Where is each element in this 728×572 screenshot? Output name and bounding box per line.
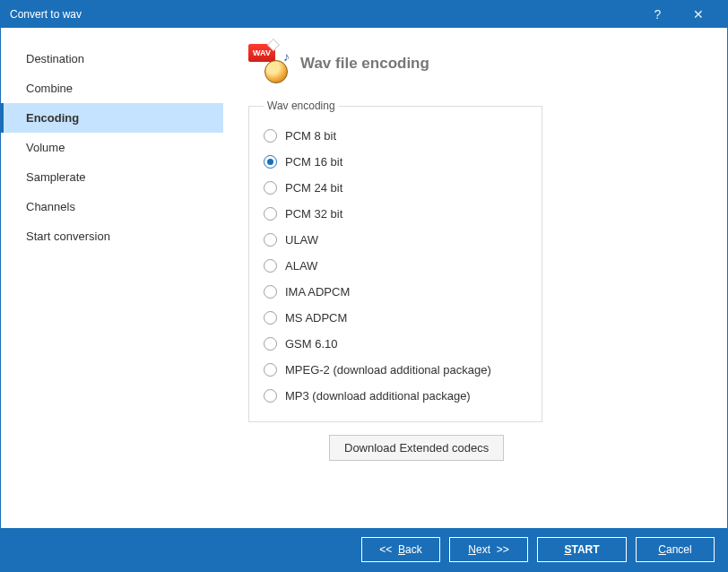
radio-icon bbox=[264, 181, 277, 195]
radio-label: MP3 (download additional package) bbox=[285, 389, 471, 403]
back-button[interactable]: << Back bbox=[361, 537, 440, 562]
radio-icon bbox=[264, 233, 277, 247]
radio-ms-adpcm[interactable]: MS ADPCM bbox=[264, 305, 527, 331]
radio-icon bbox=[264, 363, 277, 377]
next-button-label: N bbox=[468, 543, 476, 556]
sidebar-item-combine[interactable]: Combine bbox=[1, 74, 223, 103]
radio-alaw[interactable]: ALAW bbox=[264, 253, 527, 279]
radio-pcm-32-bit[interactable]: PCM 32 bit bbox=[264, 201, 527, 227]
radio-icon bbox=[264, 311, 277, 325]
cancel-button[interactable]: Cancel bbox=[636, 537, 715, 562]
radio-ima-adpcm[interactable]: IMA ADPCM bbox=[264, 279, 527, 305]
radio-pcm-24-bit[interactable]: PCM 24 bit bbox=[264, 175, 527, 201]
help-icon[interactable]: ? bbox=[637, 1, 678, 28]
music-note-icon: ♪ bbox=[283, 49, 290, 64]
window-title: Convert to wav bbox=[10, 8, 637, 21]
start-button[interactable]: START bbox=[537, 537, 627, 562]
sidebar-item-label: Volume bbox=[26, 141, 65, 154]
radio-pcm-16-bit[interactable]: PCM 16 bit bbox=[264, 149, 527, 175]
radio-label: PCM 16 bit bbox=[285, 155, 342, 169]
radio-icon bbox=[264, 337, 277, 351]
radio-pcm-8-bit[interactable]: PCM 8 bit bbox=[264, 123, 527, 149]
radio-icon bbox=[264, 259, 277, 273]
back-button-label: B bbox=[398, 543, 405, 556]
radio-label: PCM 24 bit bbox=[285, 181, 342, 195]
cancel-button-label: C bbox=[658, 543, 666, 556]
sidebar-item-volume[interactable]: Volume bbox=[1, 133, 223, 162]
sidebar-item-label: Start conversion bbox=[26, 230, 110, 243]
sidebar-item-start-conversion[interactable]: Start conversion bbox=[1, 221, 223, 251]
fieldset-legend: Wav encoding bbox=[264, 100, 339, 112]
close-icon[interactable]: ✕ bbox=[678, 1, 718, 28]
page-header: WAV ♪ Wav file encoding bbox=[248, 44, 702, 83]
main-panel: WAV ♪ Wav file encoding Wav encoding PCM… bbox=[223, 28, 727, 528]
footer: << Back Next >> START Cancel bbox=[1, 528, 727, 571]
radio-icon bbox=[264, 285, 277, 299]
sidebar-item-encoding[interactable]: Encoding bbox=[1, 103, 223, 133]
radio-label: MS ADPCM bbox=[285, 311, 347, 325]
radio-icon bbox=[264, 207, 277, 221]
radio-label: PCM 32 bit bbox=[285, 207, 342, 221]
radio-mp3[interactable]: MP3 (download additional package) bbox=[264, 383, 527, 409]
sidebar-item-destination[interactable]: Destination bbox=[1, 44, 223, 74]
page-title: Wav file encoding bbox=[300, 55, 429, 73]
start-button-label: S bbox=[564, 543, 571, 556]
wav-badge-icon: WAV bbox=[248, 44, 275, 62]
radio-label: GSM 6.10 bbox=[285, 337, 338, 351]
sidebar-item-label: Encoding bbox=[26, 111, 79, 125]
radio-mpeg-2[interactable]: MPEG-2 (download additional package) bbox=[264, 357, 527, 383]
radio-icon bbox=[264, 129, 277, 143]
radio-icon bbox=[264, 155, 277, 169]
sidebar-item-samplerate[interactable]: Samplerate bbox=[1, 162, 223, 192]
wav-encoding-fieldset: Wav encoding PCM 8 bit PCM 16 bit PCM 24… bbox=[248, 100, 542, 422]
next-button[interactable]: Next >> bbox=[449, 537, 528, 562]
radio-label: PCM 8 bit bbox=[285, 129, 336, 143]
sidebar-item-label: Destination bbox=[26, 52, 84, 65]
titlebar: Convert to wav ? ✕ bbox=[1, 1, 727, 28]
radio-label: ALAW bbox=[285, 259, 317, 273]
sidebar-item-label: Samplerate bbox=[26, 170, 85, 184]
radio-ulaw[interactable]: ULAW bbox=[264, 227, 527, 253]
radio-gsm-610[interactable]: GSM 6.10 bbox=[264, 331, 527, 357]
content: Destination Combine Encoding Volume Samp… bbox=[1, 28, 727, 528]
sidebar: Destination Combine Encoding Volume Samp… bbox=[1, 28, 223, 528]
radio-icon bbox=[264, 389, 277, 403]
radio-label: IMA ADPCM bbox=[285, 285, 350, 299]
sidebar-item-channels[interactable]: Channels bbox=[1, 192, 223, 221]
sidebar-item-label: Channels bbox=[26, 200, 75, 213]
sidebar-item-label: Combine bbox=[26, 82, 73, 95]
wav-file-icon: WAV ♪ bbox=[248, 44, 288, 83]
download-extended-codecs-button[interactable]: Download Extended codecs bbox=[329, 435, 504, 461]
radio-label: MPEG-2 (download additional package) bbox=[285, 363, 491, 377]
radio-label: ULAW bbox=[285, 233, 318, 247]
